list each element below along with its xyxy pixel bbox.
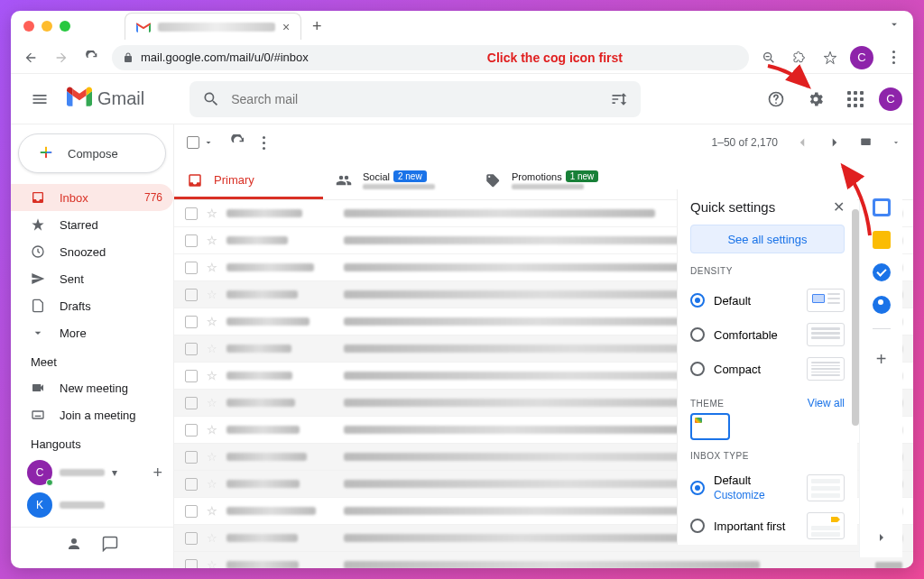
people-icon [336, 172, 352, 188]
calendar-addon-icon[interactable] [873, 198, 891, 216]
row-checkbox[interactable] [185, 289, 198, 301]
inbox-type-default[interactable]: Default Customize [690, 468, 845, 507]
view-all-themes-link[interactable]: View all [808, 397, 845, 409]
row-checkbox[interactable] [185, 532, 198, 545]
nav-starred[interactable]: Starred [11, 211, 173, 238]
star-icon[interactable]: ☆ [207, 315, 217, 328]
row-checkbox[interactable] [185, 207, 198, 220]
nav-inbox[interactable]: Inbox 776 [11, 184, 173, 211]
close-window[interactable] [23, 21, 34, 32]
reload-button[interactable] [81, 47, 103, 69]
nav-drafts[interactable]: Drafts [11, 292, 173, 319]
customize-link[interactable]: Customize [714, 489, 765, 501]
next-page-icon[interactable] [827, 134, 843, 151]
nav-snoozed[interactable]: Snoozed [11, 238, 173, 265]
extensions-icon[interactable] [789, 47, 810, 69]
nav-new-meeting[interactable]: New meeting [11, 374, 173, 401]
star-icon[interactable]: ☆ [207, 423, 217, 437]
new-tab-button[interactable]: + [305, 14, 328, 38]
hangouts-user-row[interactable]: C ▾ + [11, 456, 173, 489]
new-chat-icon[interactable]: + [152, 464, 162, 482]
account-avatar[interactable]: C [879, 87, 902, 111]
star-icon[interactable]: ☆ [207, 288, 217, 301]
star-icon[interactable]: ☆ [207, 396, 217, 409]
support-icon[interactable] [760, 83, 792, 115]
row-checkbox[interactable] [185, 451, 198, 464]
see-all-settings-button[interactable]: See all settings [690, 225, 845, 253]
star-icon[interactable]: ☆ [207, 504, 217, 518]
keep-addon-icon[interactable] [873, 231, 891, 249]
scrollbar[interactable] [852, 209, 859, 426]
chevron-down-icon[interactable] [888, 18, 901, 34]
density-label: Density [690, 266, 845, 276]
get-addons-icon[interactable]: + [876, 349, 887, 370]
search-mail[interactable] [189, 81, 641, 117]
close-tab-icon[interactable]: × [282, 20, 290, 34]
row-checkbox[interactable] [185, 316, 198, 328]
more-actions-icon[interactable] [263, 136, 265, 150]
star-icon[interactable]: ☆ [207, 477, 217, 491]
chevron-down-icon [203, 137, 214, 148]
star-icon[interactable]: ☆ [207, 234, 217, 247]
compose-button[interactable]: Compose [18, 133, 166, 173]
close-panel-icon[interactable]: ✕ [833, 198, 845, 216]
density-thumb [807, 289, 845, 312]
google-apps-icon[interactable] [839, 83, 872, 115]
nav-join-meeting[interactable]: Join a meeting [11, 401, 173, 428]
forward-button[interactable] [51, 47, 72, 69]
star-icon[interactable]: ☆ [207, 531, 217, 545]
row-checkbox[interactable] [185, 397, 198, 409]
zoom-icon[interactable] [758, 47, 780, 69]
contacts-addon-icon[interactable] [873, 296, 891, 314]
star-icon[interactable]: ☆ [207, 261, 217, 274]
minimize-window[interactable] [42, 21, 52, 32]
back-button[interactable] [20, 47, 42, 69]
chat-bubble-icon[interactable] [102, 536, 118, 552]
search-input[interactable] [231, 92, 599, 106]
bookmark-star-icon[interactable] [819, 47, 841, 69]
search-options-icon[interactable] [610, 90, 628, 108]
maximize-window[interactable] [60, 21, 70, 32]
browser-menu-icon[interactable] [882, 47, 904, 69]
profile-avatar[interactable]: C [850, 46, 873, 69]
input-tools-icon[interactable] [859, 134, 875, 151]
main-menu-icon[interactable] [22, 81, 58, 117]
row-checkbox[interactable] [185, 478, 198, 491]
person-icon[interactable] [66, 536, 82, 552]
refresh-icon[interactable] [230, 134, 246, 151]
nav-more[interactable]: More [11, 319, 173, 346]
tab-primary[interactable]: Primary [174, 161, 323, 199]
tasks-addon-icon[interactable] [873, 263, 891, 281]
tab-social[interactable]: Social2 new [323, 161, 472, 199]
row-checkbox[interactable] [185, 505, 198, 518]
inbox-type-important[interactable]: Important first [690, 507, 845, 545]
sender-obscured [226, 534, 335, 542]
theme-thumbnail[interactable] [690, 413, 730, 440]
hangouts-user-row[interactable]: K [11, 489, 173, 521]
star-icon[interactable]: ☆ [207, 450, 217, 464]
row-checkbox[interactable] [185, 343, 198, 355]
row-checkbox[interactable] [185, 370, 198, 382]
collapse-rail-icon[interactable] [874, 530, 889, 548]
star-icon[interactable]: ☆ [207, 342, 217, 355]
density-option-comfortable[interactable]: Comfortable [690, 317, 845, 352]
chevron-down-icon[interactable] [892, 138, 901, 147]
density-option-default[interactable]: Default [690, 283, 845, 317]
star-icon[interactable]: ☆ [207, 558, 217, 568]
select-all-checkbox[interactable] [187, 136, 214, 149]
settings-gear-icon[interactable] [799, 83, 832, 115]
density-option-compact[interactable]: Compact [690, 352, 845, 386]
url-field[interactable]: mail.google.com/mail/u/0/#inbox Click th… [112, 45, 749, 70]
tab-promotions[interactable]: Promotions1 new [472, 161, 621, 199]
star-icon[interactable]: ☆ [207, 207, 217, 220]
row-checkbox[interactable] [185, 424, 198, 437]
prev-page-icon[interactable] [794, 134, 810, 151]
nav-sent[interactable]: Sent [11, 265, 173, 292]
star-icon[interactable]: ☆ [207, 369, 217, 382]
row-checkbox[interactable] [185, 559, 198, 569]
browser-tab[interactable]: × [125, 13, 301, 40]
row-checkbox[interactable] [185, 234, 198, 247]
gmail-logo[interactable]: Gmail [67, 87, 144, 111]
row-checkbox[interactable] [185, 262, 198, 274]
email-row[interactable]: ☆ [174, 552, 913, 568]
